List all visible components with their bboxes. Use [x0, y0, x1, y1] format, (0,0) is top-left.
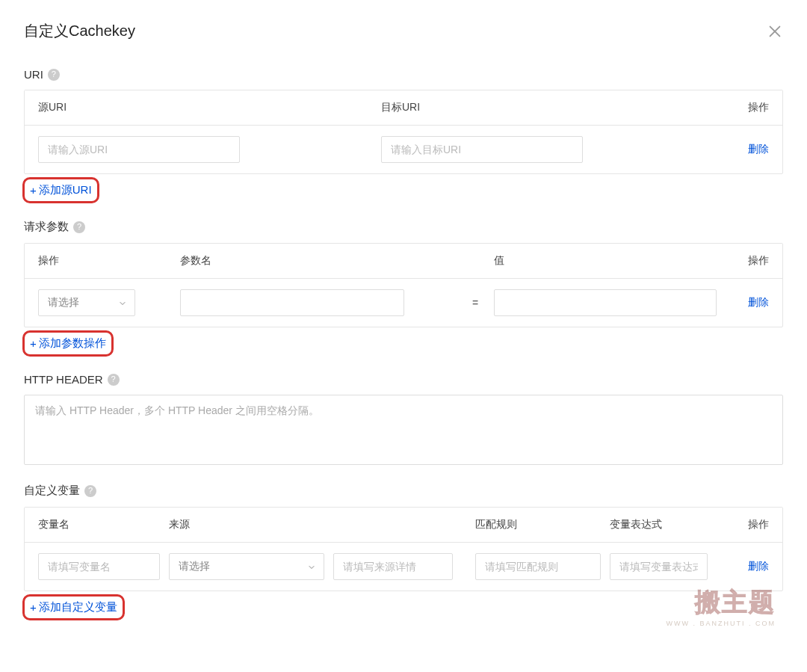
close-icon[interactable] [767, 23, 783, 40]
http-header-input[interactable] [24, 395, 783, 465]
param-op-select-value: 请选择 [48, 296, 79, 309]
params-section-label: 请求参数 [24, 220, 783, 234]
var-col-source: 来源 [169, 518, 333, 531]
help-icon[interactable] [73, 221, 85, 233]
http-header-label-text: HTTP HEADER [24, 373, 103, 386]
custom-var-label-text: 自定义变量 [24, 484, 80, 498]
add-custom-var-label: 添加自定义变量 [39, 600, 117, 614]
params-col-action: 操作 [717, 254, 769, 268]
var-source-select-value: 请选择 [179, 560, 210, 573]
http-header-section-label: HTTP HEADER [24, 373, 783, 386]
var-col-action: 操作 [717, 518, 769, 531]
var-col-source-detail [333, 518, 475, 531]
var-rule-input[interactable] [475, 553, 601, 580]
target-uri-input[interactable] [381, 136, 583, 163]
source-uri-input[interactable] [38, 136, 240, 163]
var-col-expr: 变量表达式 [610, 518, 717, 531]
uri-table-row: 删除 [25, 126, 782, 173]
add-param-highlight: + 添加参数操作 [24, 332, 112, 355]
var-name-input[interactable] [38, 553, 160, 580]
add-param-button[interactable]: + 添加参数操作 [30, 336, 106, 351]
help-icon[interactable] [108, 374, 120, 386]
plus-icon: + [30, 337, 37, 350]
help-icon[interactable] [48, 69, 60, 81]
uri-col-source: 源URI [38, 101, 374, 114]
param-name-input[interactable] [180, 289, 404, 316]
params-label-text: 请求参数 [24, 220, 69, 234]
uri-table-header: 源URI 目标URI 操作 [25, 90, 782, 126]
add-param-label: 添加参数操作 [39, 336, 106, 351]
custom-var-table-row: 请选择 删除 [25, 543, 782, 591]
params-col-op: 操作 [38, 254, 180, 268]
params-table-row: 请选择 = 删除 [25, 279, 782, 327]
equals-label: = [457, 297, 494, 309]
params-table-header: 操作 参数名 值 操作 [25, 244, 782, 279]
var-source-detail-input[interactable] [333, 553, 453, 580]
uri-col-action: 操作 [717, 101, 769, 114]
modal-title: 自定义Cachekey [24, 21, 135, 41]
add-source-uri-highlight: + 添加源URI [24, 179, 98, 202]
plus-icon: + [30, 601, 37, 614]
uri-col-target: 目标URI [374, 101, 717, 114]
watermark-url: WWW . BANZHUTI . COM [667, 620, 776, 627]
delete-uri-link[interactable]: 删除 [748, 143, 769, 155]
custom-var-table-header: 变量名 来源 匹配规则 变量表达式 操作 [25, 508, 782, 543]
custom-var-table: 变量名 来源 匹配规则 变量表达式 操作 请选择 删除 [24, 507, 783, 591]
add-custom-var-button[interactable]: + 添加自定义变量 [30, 600, 117, 614]
var-col-name: 变量名 [38, 518, 169, 531]
modal-header: 自定义Cachekey [24, 21, 783, 41]
uri-label-text: URI [24, 68, 43, 81]
params-col-eq [457, 254, 494, 268]
uri-table: 源URI 目标URI 操作 删除 [24, 90, 783, 174]
custom-var-section-label: 自定义变量 [24, 484, 783, 498]
delete-var-link[interactable]: 删除 [748, 560, 769, 572]
param-op-select[interactable]: 请选择 [38, 289, 135, 316]
var-col-rule: 匹配规则 [475, 518, 610, 531]
watermark: 搬主题 WWW . BANZHUTI . COM [667, 585, 776, 627]
chevron-down-icon [118, 298, 127, 307]
params-table: 操作 参数名 值 操作 请选择 = 删除 [24, 243, 783, 327]
params-col-name: 参数名 [180, 254, 457, 268]
chevron-down-icon [307, 562, 316, 571]
var-expr-input[interactable] [610, 553, 708, 580]
add-source-uri-label: 添加源URI [39, 183, 92, 197]
add-source-uri-button[interactable]: + 添加源URI [30, 183, 92, 197]
add-custom-var-highlight: + 添加自定义变量 [24, 596, 123, 619]
param-value-input[interactable] [494, 289, 717, 316]
uri-section-label: URI [24, 68, 783, 81]
plus-icon: + [30, 184, 37, 197]
delete-param-link[interactable]: 删除 [748, 296, 769, 308]
params-col-value: 值 [494, 254, 717, 268]
var-source-select[interactable]: 请选择 [169, 553, 324, 580]
help-icon[interactable] [84, 485, 96, 497]
